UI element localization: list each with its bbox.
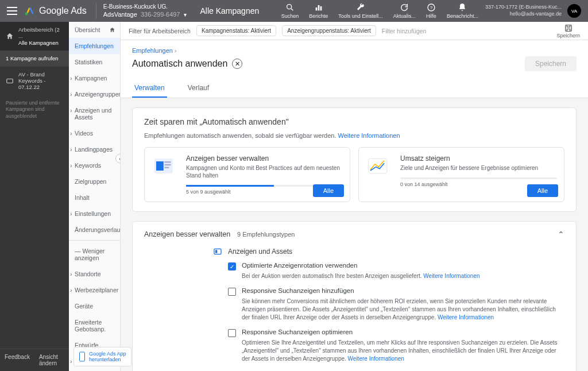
hero-card: Zeit sparen mit „Automatisch anwenden" E… — [132, 107, 577, 212]
hero-title: Zeit sparen mit „Automatisch anwenden" — [144, 117, 564, 126]
close-icon[interactable]: ✕ — [232, 59, 242, 69]
leftbar-footer: Feedback Ansicht ändern — [0, 349, 69, 371]
select-all-manage[interactable]: Alle — [313, 184, 344, 197]
learn-more-link[interactable]: Weitere Informationen — [348, 355, 404, 362]
checkbox[interactable] — [228, 329, 236, 337]
nav-audiences[interactable]: Zielgruppen — [69, 173, 120, 190]
nav-changelog[interactable]: Änderungsverlauf — [69, 222, 120, 238]
card-manage-ads[interactable]: Anzeigen besser verwalten Kampagnen und … — [144, 147, 350, 202]
avatar[interactable]: VA — [567, 4, 581, 18]
google-ads-logo-icon — [24, 5, 36, 17]
save-icon — [564, 24, 573, 33]
svg-point-1 — [287, 5, 292, 9]
nav-keywords[interactable]: Keywords — [69, 157, 120, 173]
section-title: Anzeigen besser verwalten — [144, 230, 230, 238]
svg-rect-17 — [215, 250, 217, 253]
account-switcher[interactable]: E-Business-Kuckuck UG. AdsVantage 336-29… — [96, 3, 187, 18]
bell-icon — [458, 3, 467, 12]
nav-bid-adj[interactable]: Erweiterte Gebotsanp. — [69, 314, 120, 337]
search-button[interactable]: Suchen — [281, 3, 299, 19]
tools-button[interactable]: Tools und Einstell... — [338, 3, 383, 19]
checkbox[interactable] — [228, 262, 236, 270]
add-filter[interactable]: Filter hinzufügen — [382, 28, 427, 34]
nav-recommendations[interactable]: Empfehlungen — [69, 38, 120, 54]
contact-info: 337-170-1772 (E-Business-Kuc... hello@ad… — [485, 4, 562, 17]
ads-assets-opt-1: Responsive Suchanzeigen hinzufügenSie kö… — [213, 287, 564, 322]
nav-ads-assets[interactable]: Anzeigen und Assets — [69, 102, 120, 125]
svg-rect-4 — [318, 5, 319, 10]
group-ads-assets: Anzeigen und Assets Optimierte Anzeigenr… — [213, 247, 564, 363]
app-promo[interactable]: Google Ads Appherunterladen — [121, 347, 131, 366]
home-icon — [6, 32, 14, 40]
nav-show-less[interactable]: — Weniger anzeigen — [69, 243, 120, 266]
change-view-link[interactable]: Ansicht ändern — [39, 354, 64, 366]
chevron-up-icon[interactable]: ⌃ — [558, 230, 564, 239]
section-count: 9 Empfehlungstypen — [237, 231, 295, 238]
tab-manage[interactable]: Verwalten — [132, 79, 167, 98]
card-increase-revenue[interactable]: Umsatz steigern Ziele und Anzeigen für b… — [358, 147, 564, 202]
svg-rect-12 — [164, 161, 171, 163]
collapse-nav-button[interactable]: ‹ — [115, 154, 121, 163]
section-manage-ads: Anzeigen besser verwalten9 Empfehlungsty… — [132, 221, 577, 371]
logo[interactable]: Google Ads — [24, 5, 87, 17]
svg-rect-13 — [164, 164, 171, 165]
tabs: Verwalten Verlauf — [132, 79, 577, 98]
refresh-button[interactable]: Aktualis... — [393, 3, 416, 19]
ads-assets-opt-0: Optimierte Anzeigenrotation verwendenBei… — [213, 262, 564, 280]
notifications-button[interactable]: Benachricht... — [447, 3, 478, 19]
svg-rect-14 — [164, 167, 169, 168]
nav-adgroups[interactable]: Anzeigengruppen — [69, 86, 120, 102]
help-button[interactable]: ?Hilfe — [426, 3, 436, 19]
workspace-selector[interactable]: Arbeitsbereich (2 ...Alle Kampagnen — [0, 22, 69, 51]
svg-rect-3 — [315, 7, 317, 10]
feedback-link[interactable]: Feedback — [5, 354, 30, 366]
filter-chip-adgroup[interactable]: Anzeigengruppenstatus: Aktiviert — [282, 25, 376, 36]
reports-button[interactable]: Berichte — [309, 3, 328, 19]
nav-settings[interactable]: Einstellungen — [69, 206, 120, 222]
nav-content[interactable]: Inhalt — [69, 190, 120, 206]
page-header: Empfehlungen Automatisch anwenden ✕ Spei… — [121, 40, 588, 98]
nav-videos[interactable]: Videos — [69, 125, 120, 141]
topbar: Google Ads E-Business-Kuckuck UG. AdsVan… — [0, 0, 588, 22]
nav-landing[interactable]: Landingpages — [69, 141, 120, 157]
revenue-illustration — [366, 154, 393, 177]
hero-link[interactable]: Weitere Informationen — [338, 132, 400, 139]
filter-chip-campaign[interactable]: Kampagnenstatus: Aktiviert — [196, 25, 276, 36]
opt-desc: Bei der Auktion werden automatisch Ihre … — [228, 272, 564, 280]
campaign-count[interactable]: 1 Kampagne aufrufen — [0, 51, 69, 66]
nav-campaigns[interactable]: Kampagnen — [69, 70, 120, 86]
opt-title: Responsive Suchanzeigen optimieren — [242, 329, 353, 335]
menu-icon[interactable] — [7, 6, 17, 16]
help-icon: ? — [427, 3, 436, 12]
breadcrumb[interactable]: Empfehlungen — [132, 47, 577, 54]
nav-statistics[interactable]: Statistiken — [69, 54, 120, 70]
filter-label: Filter für Arbeitsbereich — [129, 28, 191, 34]
page-title: Automatisch anwenden ✕ — [132, 59, 242, 69]
search-icon — [285, 3, 295, 12]
tab-history[interactable]: Verlauf — [185, 79, 211, 98]
checkbox[interactable] — [228, 288, 236, 296]
nav-locations[interactable]: Standorte — [69, 266, 120, 282]
left-sidebar: Arbeitsbereich (2 ...Alle Kampagnen 1 Ka… — [0, 22, 69, 371]
page-context: Alle Kampagnen — [200, 6, 260, 16]
svg-rect-5 — [320, 6, 322, 10]
nav-column: Übersicht Empfehlungen Statistiken Kampa… — [69, 22, 121, 371]
save-filter-button[interactable]: Speichern — [556, 24, 580, 38]
filter-bar: Filter für Arbeitsbereich Kampagnenstatu… — [121, 22, 588, 40]
nav-devices[interactable]: Geräte — [69, 298, 120, 314]
opt-desc: Optimieren Sie Ihre Anzeigentitel und Te… — [228, 339, 564, 363]
svg-rect-9 — [565, 25, 571, 31]
campaign-item[interactable]: AV - Brand Keywords - 07.12.22 — [0, 67, 69, 95]
nav-schedule[interactable]: Werbezeitplaner — [69, 282, 120, 298]
learn-more-link[interactable]: Weitere Informationen — [438, 314, 494, 320]
nav-overview[interactable]: Übersicht — [69, 22, 120, 38]
select-all-revenue[interactable]: Alle — [527, 184, 558, 197]
content-area: Filter für Arbeitsbereich Kampagnenstatu… — [121, 22, 588, 371]
opt-desc: Sie können mehr Conversions mit ähnliche… — [228, 297, 564, 322]
opt-title: Responsive Suchanzeigen hinzufügen — [242, 287, 354, 294]
hero-subtitle: Empfehlungen automatisch anwenden, sobal… — [144, 132, 564, 139]
learn-more-link[interactable]: Weitere Informationen — [423, 273, 479, 279]
svg-line-2 — [291, 9, 293, 10]
svg-point-0 — [25, 13, 28, 16]
chevron-down-icon: ▾ — [184, 11, 187, 18]
